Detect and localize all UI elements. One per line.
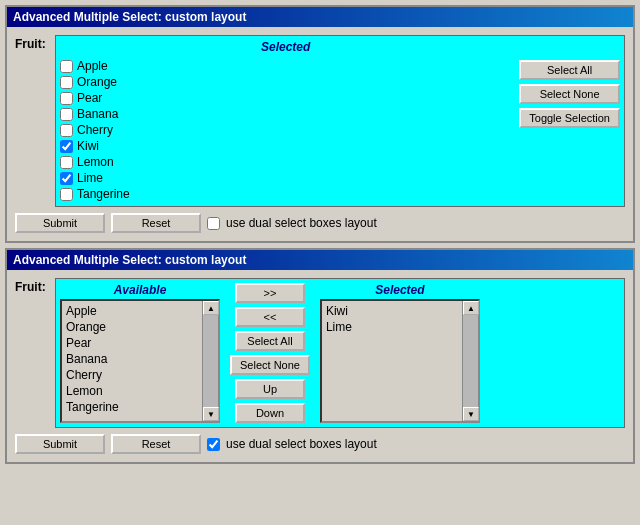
list-item[interactable]: Lemon xyxy=(64,383,200,399)
tangerine-label: Tangerine xyxy=(77,187,130,201)
select-none-button-1[interactable]: Select None xyxy=(519,84,620,104)
toggle-button-1[interactable]: Toggle Selection xyxy=(519,108,620,128)
banana-checkbox[interactable] xyxy=(60,108,73,121)
button-group-1: Select All Select None Toggle Selection xyxy=(519,40,620,202)
list-item[interactable]: Tangerine xyxy=(60,186,511,202)
fruit-panel-1: Selected Apple Orange Pear xyxy=(55,35,625,207)
dual-select-checkbox-2[interactable] xyxy=(207,438,220,451)
scroll-up-arrow[interactable]: ▲ xyxy=(203,301,219,315)
available-listbox-wrap: Apple Orange Pear Banana Cherry Lemon Ta… xyxy=(60,299,220,423)
scroll-down-arrow[interactable]: ▼ xyxy=(203,407,219,421)
orange-label: Orange xyxy=(77,75,117,89)
pear-label: Pear xyxy=(77,91,102,105)
selected-listbox-wrap: Kiwi Lime ▲ ▼ xyxy=(320,299,480,423)
scroll-track-2[interactable] xyxy=(463,315,478,407)
kiwi-checkbox[interactable] xyxy=(60,140,73,153)
selected-scrollbar[interactable]: ▲ ▼ xyxy=(462,301,478,421)
available-col: Available Apple Orange Pear Banana Cherr… xyxy=(60,283,220,423)
list-item[interactable]: Tangerine xyxy=(64,399,200,415)
section1-title: Advanced Multiple Select: custom layout xyxy=(7,7,633,27)
fruit-label-2: Fruit: xyxy=(15,278,55,294)
apple-checkbox[interactable] xyxy=(60,60,73,73)
select-none-button-2[interactable]: Select None xyxy=(230,355,310,375)
list-item[interactable]: Orange xyxy=(60,74,511,90)
cherry-checkbox[interactable] xyxy=(60,124,73,137)
lemon-checkbox[interactable] xyxy=(60,156,73,169)
list-item[interactable]: Cherry xyxy=(64,367,200,383)
down-button[interactable]: Down xyxy=(235,403,305,423)
list-item[interactable]: Apple xyxy=(60,58,511,74)
dual-select-label-1: use dual select boxes layout xyxy=(226,216,377,230)
move-right-button[interactable]: >> xyxy=(235,283,305,303)
dual-select-label-2: use dual select boxes layout xyxy=(226,437,377,451)
list-item[interactable]: Lemon xyxy=(60,154,511,170)
submit-button-2[interactable]: Submit xyxy=(15,434,105,454)
dual-select-checkbox-1[interactable] xyxy=(207,217,220,230)
scroll-up-arrow-2[interactable]: ▲ xyxy=(463,301,479,315)
list-item[interactable]: Pear xyxy=(64,335,200,351)
orange-checkbox[interactable] xyxy=(60,76,73,89)
footer-2: Submit Reset use dual select boxes layou… xyxy=(15,434,625,454)
section1-window: Advanced Multiple Select: custom layout … xyxy=(5,5,635,243)
fruit-label-1: Fruit: xyxy=(15,35,55,51)
selected-header-1: Selected xyxy=(60,40,511,54)
cherry-label: Cherry xyxy=(77,123,113,137)
available-listbox[interactable]: Apple Orange Pear Banana Cherry Lemon Ta… xyxy=(62,301,202,421)
selected-col: Selected Kiwi Lime ▲ ▼ xyxy=(320,283,480,423)
list-item[interactable]: Lime xyxy=(324,319,460,335)
section2-window: Advanced Multiple Select: custom layout … xyxy=(5,248,635,464)
list-item[interactable]: Kiwi xyxy=(324,303,460,319)
checkbox-list: Selected Apple Orange Pear xyxy=(60,40,511,202)
lime-checkbox[interactable] xyxy=(60,172,73,185)
reset-button-2[interactable]: Reset xyxy=(111,434,201,454)
select-all-button-1[interactable]: Select All xyxy=(519,60,620,80)
scroll-track[interactable] xyxy=(203,315,218,407)
list-item[interactable]: Banana xyxy=(60,106,511,122)
kiwi-label: Kiwi xyxy=(77,139,99,153)
pear-checkbox[interactable] xyxy=(60,92,73,105)
banana-label: Banana xyxy=(77,107,118,121)
available-header: Available xyxy=(60,283,220,297)
reset-button-1[interactable]: Reset xyxy=(111,213,201,233)
lime-label: Lime xyxy=(77,171,103,185)
list-item[interactable]: Banana xyxy=(64,351,200,367)
up-button[interactable]: Up xyxy=(235,379,305,399)
list-item[interactable]: Lime xyxy=(60,170,511,186)
list-item[interactable]: Pear xyxy=(60,90,511,106)
available-scrollbar[interactable]: ▲ ▼ xyxy=(202,301,218,421)
apple-label: Apple xyxy=(77,59,108,73)
tangerine-checkbox[interactable] xyxy=(60,188,73,201)
list-item[interactable]: Cherry xyxy=(60,122,511,138)
submit-button-1[interactable]: Submit xyxy=(15,213,105,233)
lemon-label: Lemon xyxy=(77,155,114,169)
button-group-2: >> << Select All Select None Up Down xyxy=(226,283,314,423)
list-item[interactable]: Kiwi xyxy=(60,138,511,154)
selected-listbox[interactable]: Kiwi Lime xyxy=(322,301,462,421)
fruit-panel-2: Available Apple Orange Pear Banana Cherr… xyxy=(55,278,625,428)
move-left-button[interactable]: << xyxy=(235,307,305,327)
selected-header-2: Selected xyxy=(320,283,480,297)
list-item[interactable]: Apple xyxy=(64,303,200,319)
footer-1: Submit Reset use dual select boxes layou… xyxy=(15,213,625,233)
select-all-button-2[interactable]: Select All xyxy=(235,331,305,351)
section2-title: Advanced Multiple Select: custom layout xyxy=(7,250,633,270)
list-item[interactable]: Orange xyxy=(64,319,200,335)
scroll-down-arrow-2[interactable]: ▼ xyxy=(463,407,479,421)
